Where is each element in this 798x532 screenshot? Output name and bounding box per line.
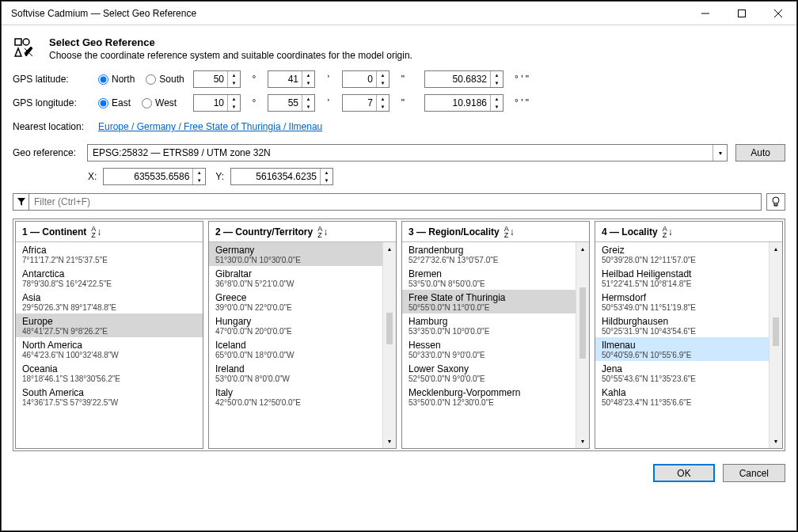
list-item[interactable]: Asia29°50'26.3"N 89°17'48.8"E xyxy=(16,290,203,314)
auto-button[interactable]: Auto xyxy=(735,144,785,162)
item-name: Hungary xyxy=(215,316,376,327)
minimize-button[interactable] xyxy=(687,2,724,25)
item-coord: 53°35'0.0"N 10°0'0.0"E xyxy=(408,327,569,336)
scroll-thumb[interactable] xyxy=(386,313,393,344)
list-item[interactable]: Hungary47°0'0.0"N 20°0'0.0"E xyxy=(209,314,382,337)
item-coord: 52°50'0.0"N 9°0'0.0"E xyxy=(408,374,569,383)
filter-input[interactable] xyxy=(28,193,762,211)
list-item[interactable]: Iceland65°0'0.0"N 18°0'0.0"W xyxy=(209,337,382,361)
list-item[interactable]: Italy42°50'0.0"N 12°50'0.0"E xyxy=(209,385,382,408)
scroll-up-icon[interactable]: ▴ xyxy=(770,242,782,256)
item-coord: 50°55'43.6"N 11°35'23.6"E xyxy=(602,374,762,383)
nearest-location-link[interactable]: Europe / Germany / Free State of Thuring… xyxy=(98,121,322,132)
scrollbar[interactable]: ▴▾ xyxy=(769,242,782,448)
chevron-down-icon[interactable]: ▾ xyxy=(712,145,727,161)
lon-suffix: ° ' " xyxy=(515,97,529,108)
list-item[interactable]: Hamburg53°35'0.0"N 10°0'0.0"E xyxy=(402,314,576,337)
item-name: Mecklenburg-Vorpommern xyxy=(408,387,569,398)
west-radio[interactable]: West xyxy=(142,97,177,108)
panel-list: Germany51°30'0.0"N 10°30'0.0"EGibraltar3… xyxy=(209,242,382,408)
list-item[interactable]: Antarctica78°9'30.8"S 16°24'22.5"E xyxy=(16,266,203,290)
item-name: Ilmenau xyxy=(602,340,762,351)
lat-decimal-spinner[interactable]: ▲▼ xyxy=(424,70,504,88)
list-item[interactable]: Brandenburg52°27'32.6"N 13°0'57.0"E xyxy=(402,242,576,266)
x-spinner[interactable]: ▲▼ xyxy=(103,168,206,185)
ok-button[interactable]: OK xyxy=(653,464,714,482)
header-title: Select Geo Reference xyxy=(49,36,412,48)
panel-title: 3 — Region/Locality xyxy=(408,226,500,238)
list-item[interactable]: Lower Saxony52°50'0.0"N 9°0'0.0"E xyxy=(402,361,576,385)
list-item[interactable]: Hildburghausen50°25'31.9"N 10°43'54.6"E xyxy=(595,314,769,337)
list-item[interactable]: Oceania18°18'46.1"S 138°30'56.2"E xyxy=(16,361,203,385)
lon-min-spinner[interactable]: ▲▼ xyxy=(268,94,315,112)
list-item[interactable]: Ireland53°0'0.0"N 8°0'0.0"W xyxy=(209,361,382,385)
y-spinner[interactable]: ▲▼ xyxy=(230,168,333,185)
geo-reference-icon xyxy=(13,36,38,62)
maximize-button[interactable] xyxy=(724,2,760,25)
item-coord: 14°36'17.5"S 57°39'22.5"W xyxy=(22,398,196,407)
lon-decimal-spinner[interactable]: ▲▼ xyxy=(424,94,504,112)
item-coord: 50°40'59.6"N 10°55'6.9"E xyxy=(602,351,762,359)
panel-header[interactable]: 4 — LocalityAZ↓ xyxy=(595,222,782,242)
lat-deg-spinner[interactable]: ▲▼ xyxy=(193,70,241,88)
item-name: Oceania xyxy=(22,363,196,374)
georef-input[interactable] xyxy=(88,145,712,161)
item-coord: 50°53'49.0"N 11°51'19.8"E xyxy=(602,303,762,312)
degree-symbol: ° xyxy=(249,97,260,108)
list-item[interactable]: Europe48°41'27.5"N 9°8'26.2"E xyxy=(16,314,203,337)
sort-icon[interactable]: AZ↓ xyxy=(317,226,328,238)
scroll-down-icon[interactable]: ▾ xyxy=(770,435,782,448)
item-name: Brandenburg xyxy=(408,245,569,256)
scroll-up-icon[interactable]: ▴ xyxy=(383,242,396,256)
item-name: Greiz xyxy=(602,245,762,256)
panel-header[interactable]: 3 — Region/LocalityAZ↓ xyxy=(402,222,589,242)
scroll-up-icon[interactable]: ▴ xyxy=(576,242,589,256)
scrollbar[interactable]: ▴▾ xyxy=(382,242,396,448)
sort-icon[interactable]: AZ↓ xyxy=(663,226,673,238)
list-item[interactable]: Heilbad Heiligenstadt51°22'41.5"N 10°8'1… xyxy=(595,266,769,290)
georef-combobox[interactable]: ▾ xyxy=(87,144,728,162)
lon-sec-spinner[interactable]: ▲▼ xyxy=(342,94,390,112)
list-item[interactable]: Free State of Thuringia50°55'0.0"N 11°0'… xyxy=(402,290,576,314)
longitude-direction: East West xyxy=(98,97,185,108)
list-item[interactable]: Ilmenau50°40'59.6"N 10°55'6.9"E xyxy=(595,337,769,361)
list-item[interactable]: Hermsdorf50°53'49.0"N 11°51'19.8"E xyxy=(595,290,769,314)
list-item[interactable]: Greiz50°39'28.0"N 12°11'57.0"E xyxy=(595,242,769,266)
filter-icon xyxy=(13,193,28,211)
scroll-thumb[interactable] xyxy=(773,317,779,346)
lat-min-spinner[interactable]: ▲▼ xyxy=(268,70,315,88)
cancel-button[interactable]: Cancel xyxy=(723,464,785,482)
item-name: Kahla xyxy=(602,387,762,398)
sort-icon[interactable]: AZ↓ xyxy=(504,226,515,238)
item-coord: 36°8'0.0"N 5°21'0.0"W xyxy=(215,279,376,288)
scroll-down-icon[interactable]: ▾ xyxy=(576,435,589,448)
scrollbar[interactable]: ▴▾ xyxy=(576,242,589,448)
lat-sec-spinner[interactable]: ▲▼ xyxy=(342,70,390,88)
list-item[interactable]: Germany51°30'0.0"N 10°30'0.0"E xyxy=(209,242,382,266)
panel-header[interactable]: 2 — Country/TerritoryAZ↓ xyxy=(209,222,396,242)
list-item[interactable]: Kahla50°48'23.4"N 11°35'6.6"E xyxy=(595,385,769,408)
close-button[interactable] xyxy=(760,2,796,25)
item-coord: 78°9'30.8"S 16°24'22.5"E xyxy=(22,279,196,288)
list-item[interactable]: Africa7°11'17.2"N 21°5'37.5"E xyxy=(16,242,203,266)
list-item[interactable]: Gibraltar36°8'0.0"N 5°21'0.0"W xyxy=(209,266,382,290)
list-item[interactable]: Jena50°55'43.6"N 11°35'23.6"E xyxy=(595,361,769,385)
south-radio[interactable]: South xyxy=(146,74,184,85)
list-item[interactable]: Greece39°0'0.0"N 22°0'0.0"E xyxy=(209,290,382,314)
panel-title: 2 — Country/Territory xyxy=(215,226,313,238)
east-radio[interactable]: East xyxy=(98,97,131,108)
scroll-down-icon[interactable]: ▾ xyxy=(383,435,396,448)
latitude-label: GPS latitude: xyxy=(13,74,90,85)
sort-icon[interactable]: AZ↓ xyxy=(91,226,101,238)
hint-button[interactable] xyxy=(766,193,785,211)
list-item[interactable]: Mecklenburg-Vorpommern53°50'0.0"N 12°30'… xyxy=(402,385,576,408)
panel-header[interactable]: 1 — ContinentAZ↓ xyxy=(16,222,203,242)
list-item[interactable]: Bremen53°5'0.0"N 8°50'0.0"E xyxy=(402,266,576,290)
scroll-thumb[interactable] xyxy=(580,287,586,359)
lon-deg-spinner[interactable]: ▲▼ xyxy=(193,94,241,112)
item-coord: 52°27'32.6"N 13°0'57.0"E xyxy=(408,256,569,264)
list-item[interactable]: South America14°36'17.5"S 57°39'22.5"W xyxy=(16,385,203,408)
north-radio[interactable]: North xyxy=(98,74,135,85)
list-item[interactable]: North America46°4'23.6"N 100°32'48.8"W xyxy=(16,337,203,361)
list-item[interactable]: Hessen50°33'0.0"N 9°0'0.0"E xyxy=(402,337,576,361)
